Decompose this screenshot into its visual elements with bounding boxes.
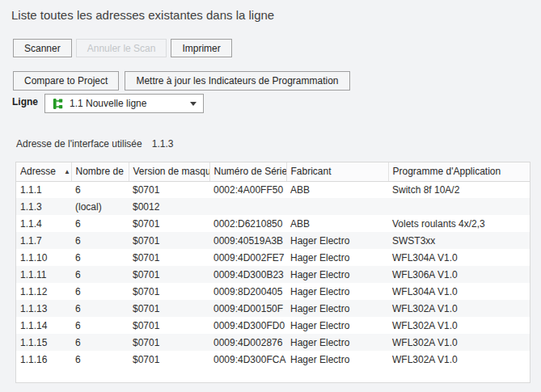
cell-mask-version: $0701	[129, 215, 209, 232]
cell-manufacturer: ABB	[286, 215, 388, 232]
cell-address: 1.1.1	[16, 181, 71, 198]
update-programming-indicators-button[interactable]: Mettre à jour les Indicateurs de Program…	[125, 71, 349, 91]
cell-address: 1.1.14	[16, 317, 71, 334]
address-table: Adresse▲ Nombre de Version de masqu Numé…	[15, 162, 530, 383]
table-row[interactable]: 1.1.16$07010002:4A00FF50ABBSwitch 8f 10A…	[16, 181, 530, 198]
cell-application-program: WFL302A V1.0	[388, 351, 530, 368]
column-header-programme-application[interactable]: Programme d'Application	[388, 162, 530, 181]
scan-toolbar: Scanner Annuler le Scan Imprimer	[13, 39, 232, 57]
cell-address: 1.1.16	[16, 351, 71, 368]
column-header-nombre-de[interactable]: Nombre de	[71, 162, 129, 181]
cell-device-count: 6	[71, 351, 129, 368]
column-header-version-de-masque[interactable]: Version de masqu	[129, 162, 209, 181]
cell-address: 1.1.12	[16, 283, 71, 300]
chevron-down-icon	[190, 102, 197, 106]
cancel-scan-button[interactable]: Annuler le Scan	[76, 39, 167, 57]
cell-serial-number: 0002:4A00FF50	[209, 181, 286, 198]
cell-address: 1.1.7	[16, 232, 71, 249]
table-row[interactable]: 1.1.126$07010009:8D200405Hager ElectroWF…	[16, 283, 530, 300]
column-header-fabricant[interactable]: Fabricant	[286, 162, 388, 181]
cell-serial-number	[209, 198, 286, 215]
cell-manufacturer: Hager Electro	[286, 266, 388, 283]
cell-mask-version: $0701	[129, 249, 209, 266]
cell-device-count: 6	[71, 181, 129, 198]
compare-to-project-button[interactable]: Compare to Project	[13, 71, 119, 91]
table-row[interactable]: 1.1.116$07010009:4D300B23Hager ElectroWF…	[16, 266, 530, 283]
line-select[interactable]: 1.1 Nouvelle ligne	[44, 94, 204, 113]
table-header: Adresse▲ Nombre de Version de masqu Numé…	[16, 162, 530, 181]
cell-manufacturer: Hager Electro	[286, 249, 388, 266]
cell-mask-version: $0701	[129, 300, 209, 317]
cell-serial-number: 0009:4D300FCA	[209, 351, 286, 368]
cell-mask-version: $0701	[129, 351, 209, 368]
cell-address: 1.1.3	[16, 198, 71, 215]
line-select-value: 1.1 Nouvelle ligne	[70, 98, 146, 109]
cell-mask-version: $0701	[129, 266, 209, 283]
cell-device-count: 6	[71, 283, 129, 300]
line-selector-row: Ligne 1.1 Nouvelle ligne	[12, 96, 38, 107]
cell-device-count: 6	[71, 266, 129, 283]
cell-serial-number: 0009:8D200405	[209, 283, 286, 300]
project-toolbar: Compare to Project Mettre à jour les Ind…	[13, 71, 350, 91]
cell-application-program: WFL304A V1.0	[388, 283, 530, 300]
cell-device-count: (local)	[71, 198, 129, 215]
scan-button[interactable]: Scanner	[13, 39, 72, 57]
line-icon	[52, 98, 64, 110]
table-row[interactable]: 1.1.46$07010002:D6210850ABBVolets roulan…	[16, 215, 530, 232]
cell-mask-version: $0701	[129, 181, 209, 198]
table-row[interactable]: 1.1.146$07010009:4D300FD0Hager ElectroWF…	[16, 317, 530, 334]
cell-serial-number: 0009:4D002876	[209, 334, 286, 351]
column-header-numero-de-serie[interactable]: Numéro de Série	[209, 162, 286, 181]
cell-application-program: WFL302A V1.0	[388, 300, 530, 317]
page-title: Liste toutes les adresses existantes dan…	[11, 8, 274, 22]
line-label: Ligne	[12, 96, 38, 107]
cell-application-program: WFL302A V1.0	[388, 317, 530, 334]
cell-address: 1.1.10	[16, 249, 71, 266]
table-row[interactable]: 1.1.166$07010009:4D300FCAHager ElectroWF…	[16, 351, 530, 368]
cell-manufacturer: Hager Electro	[286, 300, 388, 317]
cell-serial-number: 0009:4D002FE7	[209, 249, 286, 266]
cell-serial-number: 0009:4D300FD0	[209, 317, 286, 334]
cell-application-program: WFL302A V1.0	[388, 334, 530, 351]
table-row[interactable]: 1.1.156$07010009:4D002876Hager ElectroWF…	[16, 334, 530, 351]
cell-manufacturer: ABB	[286, 181, 388, 198]
interface-address-row: Adresse de l'interface utilisée1.1.3	[16, 138, 173, 150]
cell-device-count: 6	[71, 300, 129, 317]
cell-address: 1.1.13	[16, 300, 71, 317]
cell-application-program: Volets roulants 4x/2,3	[388, 215, 530, 232]
cell-address: 1.1.11	[16, 266, 71, 283]
table-row[interactable]: 1.1.136$07010009:4D00150FHager ElectroWF…	[16, 300, 530, 317]
cell-serial-number: 0002:D6210850	[209, 215, 286, 232]
cell-manufacturer: Hager Electro	[286, 317, 388, 334]
sort-ascending-icon: ▲	[64, 168, 70, 175]
cell-mask-version: $0701	[129, 283, 209, 300]
cell-serial-number: 0009:4D300B23	[209, 266, 286, 283]
table-row[interactable]: 1.1.3(local)$0012	[16, 198, 530, 215]
print-button[interactable]: Imprimer	[171, 39, 231, 57]
cell-manufacturer: Hager Electro	[286, 283, 388, 300]
table-body: 1.1.16$07010002:4A00FF50ABBSwitch 8f 10A…	[16, 181, 530, 368]
cell-application-program: WFL304A V1.0	[388, 249, 530, 266]
cell-mask-version: $0701	[129, 334, 209, 351]
cell-device-count: 6	[71, 232, 129, 249]
cell-manufacturer: Hager Electro	[286, 334, 388, 351]
cell-application-program: Switch 8f 10A/2	[388, 181, 530, 198]
cell-manufacturer: Hager Electro	[286, 351, 388, 368]
cell-device-count: 6	[71, 334, 129, 351]
table-row[interactable]: 1.1.106$07010009:4D002FE7Hager ElectroWF…	[16, 249, 530, 266]
cell-mask-version: $0701	[129, 232, 209, 249]
cell-device-count: 6	[71, 215, 129, 232]
cell-mask-version: $0012	[129, 198, 209, 215]
cell-serial-number: 0009:40519A3B	[209, 232, 286, 249]
cell-device-count: 6	[71, 317, 129, 334]
interface-address-label: Adresse de l'interface utilisée	[16, 138, 142, 150]
table-row[interactable]: 1.1.76$07010009:40519A3BHager ElectroSWS…	[16, 232, 530, 249]
cell-application-program: SWST3xx	[388, 232, 530, 249]
cell-device-count: 6	[71, 249, 129, 266]
cell-serial-number: 0009:4D00150F	[209, 300, 286, 317]
cell-application-program: WFL306A V1.0	[388, 266, 530, 283]
column-header-adresse[interactable]: Adresse▲	[16, 162, 71, 181]
interface-address-value: 1.1.3	[152, 138, 174, 150]
cell-manufacturer: Hager Electro	[286, 232, 388, 249]
column-header-label: Adresse	[20, 166, 56, 177]
